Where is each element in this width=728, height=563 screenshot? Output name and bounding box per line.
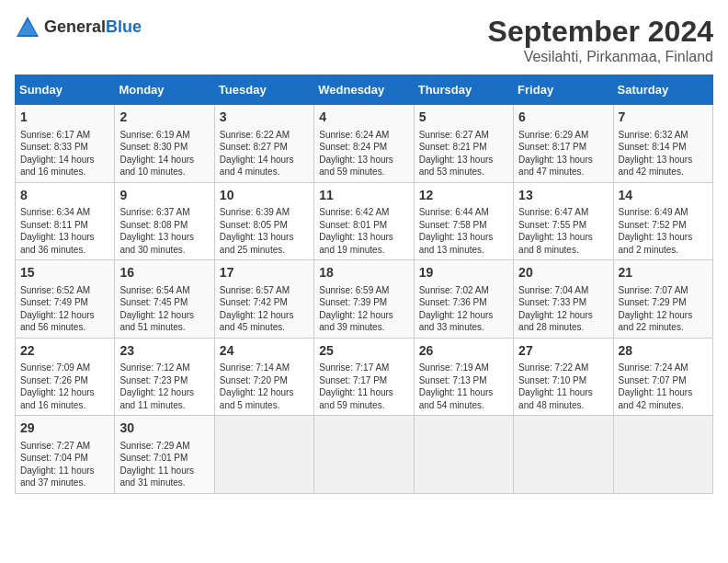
day-number: 28	[619, 342, 708, 361]
header: GeneralBlue September 2024 Vesilahti, Pi…	[15, 15, 713, 65]
day-cell: 11Sunrise: 6:42 AM Sunset: 8:01 PM Dayli…	[314, 182, 414, 260]
day-info: Sunrise: 6:39 AM Sunset: 8:05 PM Dayligh…	[220, 206, 309, 256]
day-number: 26	[419, 342, 508, 361]
day-cell: 13Sunrise: 6:47 AM Sunset: 7:55 PM Dayli…	[514, 182, 613, 260]
day-cell	[613, 416, 712, 494]
day-number: 10	[220, 187, 309, 205]
day-info: Sunrise: 6:59 AM Sunset: 7:39 PM Dayligh…	[319, 284, 408, 334]
day-number: 17	[220, 264, 309, 282]
day-number: 5	[419, 109, 508, 127]
day-cell: 9Sunrise: 6:37 AM Sunset: 8:08 PM Daylig…	[115, 182, 214, 260]
day-cell: 7Sunrise: 6:32 AM Sunset: 8:14 PM Daylig…	[613, 105, 712, 183]
day-info: Sunrise: 7:12 AM Sunset: 7:23 PM Dayligh…	[119, 362, 209, 411]
weekday-header-wednesday: Wednesday	[314, 75, 414, 105]
day-cell: 3Sunrise: 6:22 AM Sunset: 8:27 PM Daylig…	[214, 105, 313, 183]
day-cell: 26Sunrise: 7:19 AM Sunset: 7:13 PM Dayli…	[414, 338, 513, 416]
weekday-header-thursday: Thursday	[414, 75, 513, 105]
day-number: 6	[518, 109, 608, 127]
subtitle: Vesilahti, Pirkanmaa, Finland	[488, 49, 713, 65]
day-number: 23	[119, 342, 209, 361]
day-number: 30	[119, 419, 209, 438]
day-cell: 30Sunrise: 7:29 AM Sunset: 7:01 PM Dayli…	[115, 416, 214, 494]
day-number: 8	[20, 187, 109, 205]
day-cell	[514, 416, 613, 494]
day-number: 16	[119, 264, 209, 282]
day-cell: 28Sunrise: 7:24 AM Sunset: 7:07 PM Dayli…	[613, 338, 712, 416]
day-info: Sunrise: 6:52 AM Sunset: 7:49 PM Dayligh…	[20, 284, 109, 334]
day-number: 7	[619, 109, 708, 127]
day-cell: 24Sunrise: 7:14 AM Sunset: 7:20 PM Dayli…	[214, 338, 313, 416]
day-cell: 23Sunrise: 7:12 AM Sunset: 7:23 PM Dayli…	[115, 338, 214, 416]
week-row-5: 29Sunrise: 7:27 AM Sunset: 7:04 PM Dayli…	[16, 416, 713, 494]
day-number: 20	[518, 264, 608, 282]
week-row-1: 1Sunrise: 6:17 AM Sunset: 8:33 PM Daylig…	[16, 105, 713, 183]
weekday-header-tuesday: Tuesday	[214, 75, 313, 105]
day-number: 12	[419, 187, 508, 205]
day-cell: 1Sunrise: 6:17 AM Sunset: 8:33 PM Daylig…	[16, 105, 115, 183]
week-row-3: 15Sunrise: 6:52 AM Sunset: 7:49 PM Dayli…	[16, 260, 713, 339]
day-info: Sunrise: 7:02 AM Sunset: 7:36 PM Dayligh…	[419, 284, 508, 334]
week-row-4: 22Sunrise: 7:09 AM Sunset: 7:26 PM Dayli…	[16, 338, 713, 416]
day-info: Sunrise: 7:17 AM Sunset: 7:17 PM Dayligh…	[319, 362, 408, 411]
day-info: Sunrise: 7:27 AM Sunset: 7:04 PM Dayligh…	[20, 440, 109, 489]
weekday-header-friday: Friday	[514, 75, 613, 105]
weekday-header-monday: Monday	[115, 75, 214, 105]
day-info: Sunrise: 6:32 AM Sunset: 8:14 PM Dayligh…	[619, 129, 708, 178]
logo-general-text: General	[44, 17, 106, 36]
weekday-header-saturday: Saturday	[613, 75, 712, 105]
day-info: Sunrise: 6:44 AM Sunset: 7:58 PM Dayligh…	[419, 206, 508, 256]
day-number: 25	[319, 342, 408, 361]
logo-icon	[15, 15, 40, 40]
day-number: 19	[419, 264, 508, 282]
day-info: Sunrise: 7:09 AM Sunset: 7:26 PM Dayligh…	[20, 362, 109, 411]
day-info: Sunrise: 6:22 AM Sunset: 8:27 PM Dayligh…	[220, 129, 309, 178]
day-info: Sunrise: 7:19 AM Sunset: 7:13 PM Dayligh…	[419, 362, 508, 411]
day-cell: 10Sunrise: 6:39 AM Sunset: 8:05 PM Dayli…	[214, 182, 313, 260]
day-info: Sunrise: 7:29 AM Sunset: 7:01 PM Dayligh…	[119, 440, 209, 489]
day-cell: 17Sunrise: 6:57 AM Sunset: 7:42 PM Dayli…	[214, 260, 313, 339]
day-info: Sunrise: 6:54 AM Sunset: 7:45 PM Dayligh…	[119, 284, 209, 334]
day-cell	[314, 416, 414, 494]
day-number: 29	[20, 419, 109, 438]
weekday-header-sunday: Sunday	[16, 75, 115, 105]
day-number: 27	[518, 342, 608, 361]
logo-inner: GeneralBlue	[15, 15, 142, 40]
day-cell: 22Sunrise: 7:09 AM Sunset: 7:26 PM Dayli…	[16, 338, 115, 416]
day-cell: 6Sunrise: 6:29 AM Sunset: 8:17 PM Daylig…	[514, 105, 613, 183]
day-cell	[214, 416, 313, 494]
day-cell: 8Sunrise: 6:34 AM Sunset: 8:11 PM Daylig…	[16, 182, 115, 260]
day-number: 9	[119, 187, 209, 205]
day-number: 21	[619, 264, 708, 282]
logo-blue-text: Blue	[106, 17, 142, 36]
day-number: 15	[20, 264, 109, 282]
day-info: Sunrise: 6:17 AM Sunset: 8:33 PM Dayligh…	[20, 129, 109, 178]
day-number: 11	[319, 187, 408, 205]
day-info: Sunrise: 7:07 AM Sunset: 7:29 PM Dayligh…	[619, 284, 708, 334]
day-info: Sunrise: 7:22 AM Sunset: 7:10 PM Dayligh…	[518, 362, 608, 411]
day-info: Sunrise: 6:57 AM Sunset: 7:42 PM Dayligh…	[220, 284, 309, 334]
svg-marker-1	[18, 20, 37, 35]
day-cell: 29Sunrise: 7:27 AM Sunset: 7:04 PM Dayli…	[16, 416, 115, 494]
day-cell: 21Sunrise: 7:07 AM Sunset: 7:29 PM Dayli…	[613, 260, 712, 339]
weekday-header-row: SundayMondayTuesdayWednesdayThursdayFrid…	[16, 75, 713, 105]
day-cell: 18Sunrise: 6:59 AM Sunset: 7:39 PM Dayli…	[314, 260, 414, 339]
day-cell: 2Sunrise: 6:19 AM Sunset: 8:30 PM Daylig…	[115, 105, 214, 183]
day-cell: 25Sunrise: 7:17 AM Sunset: 7:17 PM Dayli…	[314, 338, 414, 416]
day-info: Sunrise: 6:37 AM Sunset: 8:08 PM Dayligh…	[119, 206, 209, 256]
calendar-table: SundayMondayTuesdayWednesdayThursdayFrid…	[15, 75, 713, 494]
day-cell: 5Sunrise: 6:27 AM Sunset: 8:21 PM Daylig…	[414, 105, 513, 183]
day-cell: 27Sunrise: 7:22 AM Sunset: 7:10 PM Dayli…	[514, 338, 613, 416]
day-cell: 19Sunrise: 7:02 AM Sunset: 7:36 PM Dayli…	[414, 260, 513, 339]
day-info: Sunrise: 6:49 AM Sunset: 7:52 PM Dayligh…	[619, 206, 708, 256]
day-info: Sunrise: 6:27 AM Sunset: 8:21 PM Dayligh…	[419, 129, 508, 178]
day-info: Sunrise: 7:24 AM Sunset: 7:07 PM Dayligh…	[619, 362, 708, 411]
day-cell: 12Sunrise: 6:44 AM Sunset: 7:58 PM Dayli…	[414, 182, 513, 260]
day-info: Sunrise: 7:14 AM Sunset: 7:20 PM Dayligh…	[220, 362, 309, 411]
day-number: 22	[20, 342, 109, 361]
day-info: Sunrise: 6:19 AM Sunset: 8:30 PM Dayligh…	[119, 129, 209, 178]
day-info: Sunrise: 6:29 AM Sunset: 8:17 PM Dayligh…	[518, 129, 608, 178]
day-cell	[414, 416, 513, 494]
day-cell: 15Sunrise: 6:52 AM Sunset: 7:49 PM Dayli…	[16, 260, 115, 339]
day-info: Sunrise: 6:24 AM Sunset: 8:24 PM Dayligh…	[319, 129, 408, 178]
day-info: Sunrise: 6:34 AM Sunset: 8:11 PM Dayligh…	[20, 206, 109, 256]
